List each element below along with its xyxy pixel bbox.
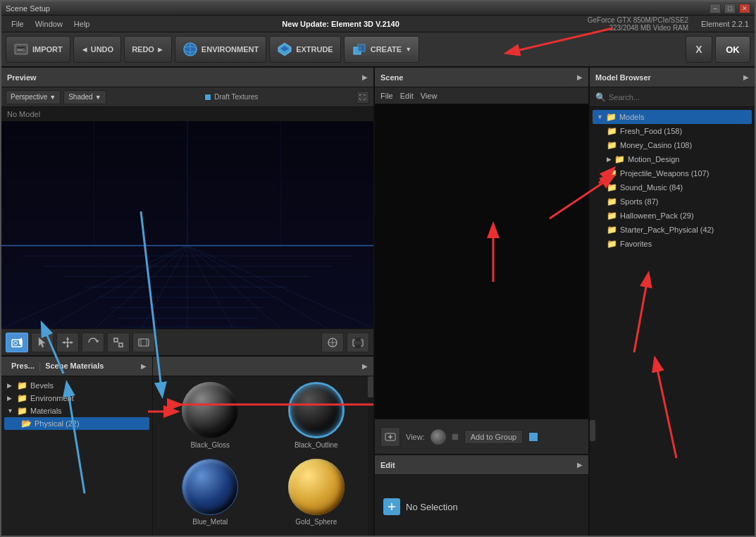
scene-viewport[interactable] [375,104,588,419]
model-tree-motion-design[interactable]: ▶ 📁 Motion_Design [593,152,752,166]
presets-tab[interactable]: Pres... [7,362,39,371]
gpu-info: GeForce GTX 850M/PCIe/SSE2 223/2048 MB V… [588,16,688,32]
scene-arrow[interactable]: ▶ [577,73,583,81]
scene-menu-bar: File Edit View [375,87,588,104]
select-tool[interactable] [31,333,54,352]
model-browser-title: Model Browser [595,73,651,82]
svg-rect-54 [355,345,361,348]
viewport-tool-right [321,333,369,352]
search-bar: 🔍 [590,87,755,107]
material-black-gloss[interactable]: Black_Gloss [159,382,262,456]
svg-rect-43 [114,338,118,342]
tree-item-materials[interactable]: ▼ 📁 Materials [4,405,149,417]
model-tree-starter-pack[interactable]: 📁 Starter_Pack_Physical (42) [593,223,752,237]
expand-viewport-button[interactable]: ⛶ [357,91,369,104]
menu-file[interactable]: File [7,18,28,30]
create-button[interactable]: CREATE ▼ [344,36,419,63]
svg-marker-40 [62,341,65,344]
left-panel: Preview ▶ Perspective ▼ Shaded ▼ Draft T… [1,68,375,537]
camera-tool[interactable] [6,333,28,352]
svg-marker-41 [70,341,73,344]
scene-add-icon[interactable] [380,427,400,447]
svg-rect-9 [358,44,365,51]
transform-tool[interactable] [132,333,155,352]
x-button[interactable]: X [686,36,712,63]
undo-button[interactable]: ◄ UNDO [73,36,121,63]
rotate-tool[interactable] [82,333,104,352]
update-notice: New Update: Element 3D V.2140 [282,20,399,28]
model-tree-halloween[interactable]: 📁 Halloween_Pack (29) [593,209,752,223]
view-dot[interactable] [452,433,459,440]
view-label: View: [406,433,425,441]
no-selection-label: No Selection [406,502,458,512]
view-circle[interactable] [430,429,446,445]
materials-scrollbar[interactable] [368,376,373,537]
edit-header: Edit ▶ [375,455,588,475]
scene-menu-edit[interactable]: Edit [400,92,414,100]
move-tool[interactable] [56,333,79,352]
edit-content: No Selection [375,475,588,537]
svg-point-35 [14,341,18,345]
extrude-button[interactable]: EXTRUDE [269,36,341,63]
preview-panel-header: Preview ▶ [1,68,373,87]
model-tree-sound-music[interactable]: 📁 Sound_Music (84) [593,180,752,195]
menu-help[interactable]: Help [70,18,94,30]
edit-arrow[interactable]: ▶ [577,461,583,469]
svg-marker-34 [19,338,22,346]
scene-header: Scene ▶ [375,68,588,87]
material-gold[interactable]: Gold_Sphere [265,459,368,533]
model-tree-projectile[interactable]: 📁 Projectile_Weapons (107) [593,166,752,180]
group-checkbox[interactable] [528,432,538,442]
perspective-dropdown[interactable]: Perspective ▼ [6,90,61,104]
search-icon: 🔍 [595,92,606,102]
tree-item-bevels[interactable]: ▶ 📁 Bevels [4,379,149,392]
redo-button[interactable]: REDO ► [124,36,172,63]
model-tree-models[interactable]: ▼ 📁 Models [593,110,752,124]
viewport-tool-buttons [6,333,155,352]
presets-tree: ▶ 📁 Bevels ▶ 📁 Environment ▼ 📁 Materials [1,376,152,537]
draft-textures-checkbox[interactable] [204,94,211,101]
draft-textures-toggle[interactable]: Draft Textures [204,93,258,101]
menu-items: File Window Help [7,18,94,30]
svg-rect-46 [139,339,149,346]
ok-button[interactable]: OK [715,36,750,63]
add-to-group-button[interactable]: Add to Group [464,430,523,444]
edit-selection-icon [383,498,400,515]
model-tree-favorites[interactable]: 📁 Favorites [593,237,752,251]
environment-icon [182,42,198,57]
main-content: Preview ▶ Perspective ▼ Shaded ▼ Draft T… [1,68,755,537]
shaded-dropdown[interactable]: Shaded ▼ [63,90,106,104]
menu-bar: File Window Help New Update: Element 3D … [1,16,755,32]
scene-menu-view[interactable]: View [421,92,438,100]
presets-arrow[interactable]: ▶ [141,362,147,370]
tree-item-physical[interactable]: 📂 Physical (22) [4,417,149,430]
browser-scrollbar[interactable] [590,417,595,537]
model-tree-money-casino[interactable]: 📁 Money_Casino (108) [593,138,752,152]
scale-tool[interactable] [107,333,130,352]
center-tool[interactable] [321,333,344,352]
fullscreen-tool[interactable] [347,333,369,352]
presets-panel: Pres... | Scene Materials ▶ ▶ 📁 Bevels ▶ [1,357,153,537]
scene-materials-panel: ▶ Black_Gloss Black_Outline [153,357,373,537]
environment-button[interactable]: ENVIRONMENT [175,36,266,63]
maximize-button[interactable]: □ [724,4,736,13]
viewport[interactable] [1,121,373,328]
close-button[interactable]: ✕ [739,4,750,13]
scene-materials-tab[interactable]: Scene Materials [41,362,108,371]
materials-arrow[interactable]: ▶ [362,362,368,370]
minimize-button[interactable]: – [709,4,721,13]
tree-item-environment[interactable]: ▶ 📁 Environment [4,392,149,405]
title-bar: Scene Setup – □ ✕ [1,1,755,16]
import-button[interactable]: IMG IMPORT [6,36,70,63]
search-input[interactable] [609,93,749,101]
preview-collapse-arrow[interactable]: ▶ [362,73,368,81]
scene-menu-file[interactable]: File [380,92,393,100]
model-tree-fresh-food[interactable]: 📁 Fresh_Food (158) [593,124,752,138]
model-tree-sports[interactable]: 📁 Sports (87) [593,195,752,209]
material-black-outline[interactable]: Black_Outline [265,382,368,456]
center-panel: Scene ▶ File Edit View View: Add to Grou… [375,68,590,537]
browser-arrow[interactable]: ▶ [743,73,749,81]
window-title: Scene Setup [6,4,707,13]
menu-window[interactable]: Window [31,18,67,30]
material-blue-metal[interactable]: Blue_Metal [159,459,262,533]
